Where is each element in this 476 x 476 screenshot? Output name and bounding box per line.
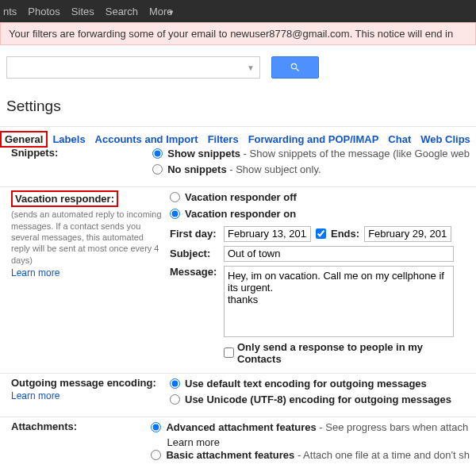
attach-learn-more[interactable]: Learn more bbox=[167, 436, 219, 448]
chevron-down-icon: ▼ bbox=[167, 9, 175, 17]
message-label: Message: bbox=[170, 266, 219, 278]
nav-sites[interactable]: Sites bbox=[71, 6, 94, 17]
nav-more[interactable]: More ▼ bbox=[149, 6, 175, 17]
tab-general[interactable]: General bbox=[0, 131, 48, 148]
page-title: Settings bbox=[0, 90, 476, 126]
subject-label: Subject: bbox=[170, 248, 219, 259]
tab-forwarding[interactable]: Forwarding and POP/IMAP bbox=[248, 133, 379, 145]
tab-accounts[interactable]: Accounts and Import bbox=[95, 133, 198, 145]
encoding-unicode-label: Use Unicode (UTF-8) encoding for outgoin… bbox=[185, 393, 451, 407]
forwarding-notice: Your filters are forwarding some of your… bbox=[0, 22, 476, 45]
subject-input[interactable] bbox=[224, 246, 454, 262]
nav-fragment[interactable]: nts bbox=[3, 6, 17, 17]
attach-advanced-radio[interactable] bbox=[151, 422, 161, 432]
attach-basic-label: Basic attachment features bbox=[166, 449, 294, 461]
search-icon bbox=[290, 62, 301, 73]
search-input[interactable]: ▼ bbox=[6, 56, 260, 79]
attachments-label: Attachments: bbox=[11, 420, 77, 432]
message-textarea[interactable] bbox=[224, 266, 454, 337]
vacation-off-radio[interactable] bbox=[170, 192, 180, 202]
snippets-show-label: Show snippets bbox=[167, 148, 240, 159]
top-nav: nts Photos Sites Search More ▼ bbox=[0, 0, 476, 22]
chevron-down-icon[interactable]: ▼ bbox=[247, 63, 255, 72]
search-bar: ▼ bbox=[0, 45, 476, 90]
attach-basic-desc: - Attach one file at a time and don't sh bbox=[294, 449, 470, 461]
contacts-only-label: Only send a response to people in my Con… bbox=[237, 341, 470, 365]
vacation-learn-more[interactable]: Learn more bbox=[11, 267, 60, 278]
attach-advanced-desc: - See progress bars when attach bbox=[317, 421, 469, 433]
encoding-default-label: Use default text encoding for outgoing m… bbox=[185, 377, 427, 391]
nav-search[interactable]: Search bbox=[106, 6, 138, 17]
vacation-off-label: Vacation responder off bbox=[185, 190, 297, 205]
firstday-input[interactable] bbox=[224, 226, 311, 242]
tab-filters[interactable]: Filters bbox=[208, 133, 239, 145]
snippets-no-desc: - Show subject only. bbox=[227, 163, 321, 175]
ends-checkbox[interactable] bbox=[316, 228, 326, 239]
snippets-show-radio[interactable] bbox=[152, 148, 163, 159]
encoding-unicode-radio[interactable] bbox=[170, 394, 180, 405]
tab-labels[interactable]: Labels bbox=[52, 133, 85, 145]
attach-basic-radio[interactable] bbox=[151, 450, 161, 460]
vacation-label: Vacation responder: bbox=[15, 193, 114, 205]
vacation-on-radio[interactable] bbox=[170, 209, 180, 219]
tab-chat[interactable]: Chat bbox=[388, 133, 411, 145]
contacts-only-checkbox[interactable] bbox=[224, 347, 234, 358]
search-button[interactable] bbox=[271, 56, 319, 79]
tab-webclips[interactable]: Web Clips bbox=[420, 133, 470, 145]
firstday-label: First day: bbox=[170, 228, 219, 240]
snippets-show-desc: - Show snippets of the message (like Goo… bbox=[240, 148, 470, 159]
snippets-label: Snippets: bbox=[11, 147, 58, 159]
encoding-default-radio[interactable] bbox=[170, 378, 180, 389]
encoding-learn-more[interactable]: Learn more bbox=[11, 390, 60, 401]
vacation-on-label: Vacation responder on bbox=[185, 207, 296, 221]
ends-label: Ends: bbox=[331, 228, 359, 240]
vacation-desc: (sends an automated reply to incoming me… bbox=[11, 209, 162, 265]
snippets-no-label: No snippets bbox=[167, 163, 226, 175]
nav-photos[interactable]: Photos bbox=[28, 6, 60, 17]
settings-tabs: General Labels Accounts and Import Filte… bbox=[0, 127, 476, 147]
encoding-label: Outgoing message encoding: bbox=[11, 377, 156, 389]
attach-advanced-label: Advanced attachment features bbox=[166, 421, 316, 433]
ends-input[interactable] bbox=[364, 226, 451, 242]
snippets-no-radio[interactable] bbox=[152, 164, 163, 175]
